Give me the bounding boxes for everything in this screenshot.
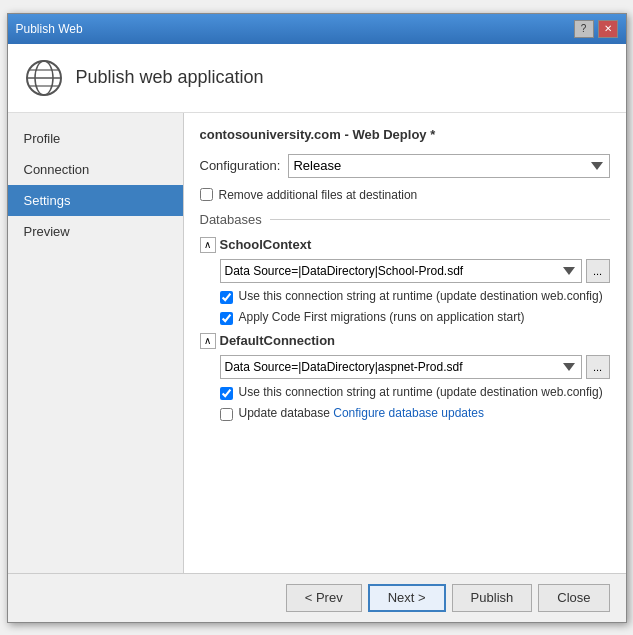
dialog-header: Publish web application (8, 44, 626, 113)
default-connection-update-db-checkbox[interactable] (220, 408, 233, 421)
window-title: Publish Web (16, 22, 83, 36)
school-context-header[interactable]: ∧ SchoolContext (200, 237, 610, 253)
school-context-apply-migrations-checkbox[interactable] (220, 312, 233, 325)
school-context-browse-button[interactable]: ... (586, 259, 610, 283)
update-db-text: Update database (239, 406, 330, 420)
default-connection-browse-button[interactable]: ... (586, 355, 610, 379)
remove-files-checkbox[interactable] (200, 188, 213, 201)
default-connection-use-connection-row: Use this connection string at runtime (u… (220, 385, 610, 400)
databases-label: Databases (200, 212, 262, 227)
remove-files-label: Remove additional files at destination (219, 188, 418, 202)
close-button[interactable]: Close (538, 584, 609, 612)
sidebar-item-preview[interactable]: Preview (8, 216, 183, 247)
default-connection-header[interactable]: ∧ DefaultConnection (200, 333, 610, 349)
title-bar: Publish Web ? ✕ (8, 14, 626, 44)
main-area: Profile Connection Settings Preview cont… (8, 113, 626, 573)
globe-icon (24, 58, 64, 98)
content-area: contosouniversity.com - Web Deploy * Con… (183, 113, 626, 573)
school-context-apply-migrations-label: Apply Code First migrations (runs on app… (239, 310, 525, 324)
default-connection-update-db-row: Update database Configure database updat… (220, 406, 610, 421)
deploy-target-label: contosouniversity.com - Web Deploy * (200, 127, 610, 142)
school-context-section: ∧ SchoolContext Data Source=|DataDirecto… (200, 237, 610, 325)
configure-db-updates-link[interactable]: Configure database updates (333, 406, 484, 420)
school-context-migrations-row: Apply Code First migrations (runs on app… (220, 310, 610, 325)
school-context-use-connection-label: Use this connection string at runtime (u… (239, 289, 603, 303)
sidebar-item-settings[interactable]: Settings (8, 185, 183, 216)
configuration-row: Configuration: Release Debug (200, 154, 610, 178)
prev-button[interactable]: < Prev (286, 584, 362, 612)
title-bar-controls: ? ✕ (574, 20, 618, 38)
next-button[interactable]: Next > (368, 584, 446, 612)
default-connection-name: DefaultConnection (220, 333, 336, 348)
sidebar-item-profile[interactable]: Profile (8, 123, 183, 154)
configuration-label: Configuration: (200, 158, 281, 173)
databases-divider: Databases (200, 212, 610, 227)
default-connection-update-db-label: Update database Configure database updat… (239, 406, 485, 420)
header-title: Publish web application (76, 67, 264, 88)
publish-button[interactable]: Publish (452, 584, 533, 612)
default-connection-use-connection-checkbox[interactable] (220, 387, 233, 400)
school-context-collapse-icon[interactable]: ∧ (200, 237, 216, 253)
school-context-connection-select[interactable]: Data Source=|DataDirectory|School-Prod.s… (220, 259, 582, 283)
dialog-footer: < Prev Next > Publish Close (8, 573, 626, 622)
default-connection-collapse-icon[interactable]: ∧ (200, 333, 216, 349)
remove-files-row: Remove additional files at destination (200, 188, 610, 202)
divider-line (270, 219, 610, 220)
default-connection-use-connection-label: Use this connection string at runtime (u… (239, 385, 603, 399)
default-connection-section: ∧ DefaultConnection Data Source=|DataDir… (200, 333, 610, 421)
publish-web-dialog: Publish Web ? ✕ Publish web application … (7, 13, 627, 623)
sidebar: Profile Connection Settings Preview (8, 113, 183, 573)
configuration-select[interactable]: Release Debug (288, 154, 609, 178)
school-context-use-connection-row: Use this connection string at runtime (u… (220, 289, 610, 304)
default-connection-connection-row: Data Source=|DataDirectory|aspnet-Prod.s… (220, 355, 610, 379)
default-connection-select[interactable]: Data Source=|DataDirectory|aspnet-Prod.s… (220, 355, 582, 379)
help-button[interactable]: ? (574, 20, 594, 38)
school-context-name: SchoolContext (220, 237, 312, 252)
sidebar-item-connection[interactable]: Connection (8, 154, 183, 185)
close-window-button[interactable]: ✕ (598, 20, 618, 38)
school-context-connection-row: Data Source=|DataDirectory|School-Prod.s… (220, 259, 610, 283)
school-context-use-connection-checkbox[interactable] (220, 291, 233, 304)
